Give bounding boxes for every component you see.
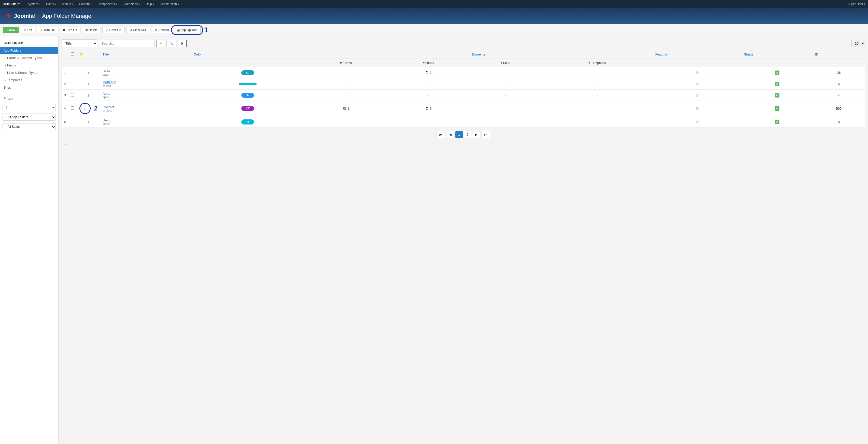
row-num: 5 — [62, 116, 68, 127]
col-templates[interactable]: # Templates — [542, 59, 653, 67]
row-fields: - — [388, 90, 469, 101]
select-all-checkbox[interactable] — [71, 53, 74, 56]
col-id[interactable]: ID — [812, 51, 865, 59]
topbar-brand[interactable]: SEBLOD ☞ — [3, 2, 20, 6]
down-arrow-icon[interactable]: ↓ — [87, 120, 89, 124]
row-templates: - — [542, 67, 653, 79]
down-arrow-icon[interactable]: ↓ — [87, 70, 89, 75]
row-num: 3 — [62, 90, 68, 101]
pagination-first[interactable]: ⏮ — [436, 131, 445, 138]
delete-button[interactable]: ✖ Delete — [82, 27, 101, 33]
row-featured[interactable]: ⊘ — [653, 90, 742, 101]
row-order-annotated: ↓ 2 — [77, 101, 100, 116]
title-link[interactable]: Contact — [102, 105, 114, 109]
check-in-button[interactable]: ☑ Check In — [102, 27, 125, 33]
nav-components[interactable]: Components▾ — [95, 0, 120, 8]
nav-help[interactable]: Help▾ — [143, 0, 157, 8]
pagination-next[interactable]: ▶ — [472, 131, 480, 138]
row-checkbox[interactable] — [68, 79, 77, 90]
row-checkbox[interactable] — [68, 67, 77, 79]
down-arrow-icon[interactable]: ↓ — [84, 106, 86, 111]
search-clear-button[interactable]: ✖ — [178, 40, 187, 47]
row-status[interactable]: ✔ — [742, 116, 812, 127]
row-forms: - — [304, 67, 388, 79]
title-link[interactable]: SEBLOD — [102, 81, 116, 84]
filter-status-select[interactable]: - All Status - — [3, 123, 56, 130]
filter-folders-select[interactable]: - All App Folders - — [3, 114, 56, 121]
row-order-icon[interactable]: ↓ — [77, 67, 100, 79]
col-checkbox[interactable] — [68, 51, 77, 59]
nav-content[interactable]: Content▾ — [76, 0, 94, 8]
row-templates: - — [542, 116, 653, 127]
sidebar-item-sites[interactable]: Sites — [0, 84, 58, 91]
row-status[interactable]: ✔ — [742, 67, 812, 79]
sidebar-item-app-folders[interactable]: App Folders — [0, 47, 58, 54]
folder-icon: 📁 — [80, 53, 83, 56]
row-color: D — [191, 116, 304, 127]
col-fields[interactable]: # Fields — [388, 59, 469, 67]
sidebar-item-lists-search[interactable]: - Lists & Search Types — [0, 69, 58, 77]
row-checkbox[interactable] — [68, 116, 77, 127]
row-color: A — [191, 90, 304, 101]
per-page-select[interactable]: 20 — [851, 40, 865, 47]
sidebar-item-templates[interactable]: - Templates — [0, 77, 58, 84]
pagination-page-1[interactable]: 1 — [455, 131, 463, 138]
pagination-last[interactable]: ⏭ — [482, 131, 490, 138]
clear-acl-button[interactable]: ↺ Clear ACL — [126, 27, 150, 33]
col-featured[interactable]: Featured — [653, 51, 742, 59]
title-link[interactable]: Base — [102, 69, 110, 73]
title-link[interactable]: Apps — [102, 92, 110, 95]
turn-off-button[interactable]: ✖ Turn Off — [60, 27, 81, 33]
down-arrow-icon[interactable]: ↓ — [87, 82, 89, 86]
new-button[interactable]: + New — [3, 27, 19, 33]
row-featured[interactable]: ⊘ — [653, 67, 742, 79]
row-featured[interactable]: ⊘ — [653, 101, 742, 116]
title-link[interactable]: Demo — [102, 118, 112, 122]
row-status[interactable]: ✔ — [742, 79, 812, 90]
down-arrow-icon[interactable]: ↓ — [87, 93, 89, 97]
search-go-button[interactable]: 🔍 — [166, 40, 177, 47]
table-row: 2 ↓ SEBLOD seblod - - - - ⊘ ✔ — [62, 79, 865, 90]
fields-icon: 🗒 — [425, 107, 429, 111]
edit-button[interactable]: ✎ Edit — [20, 27, 35, 33]
search-input[interactable] — [99, 40, 155, 47]
filter-number-select[interactable]: 3 — [3, 104, 56, 111]
col-color[interactable]: Color — [191, 51, 304, 59]
row-lists: - — [469, 116, 542, 127]
col-lists[interactable]: # Lists — [469, 59, 542, 67]
pagination-page-2[interactable]: 2 — [464, 131, 471, 138]
row-featured[interactable]: ⊘ — [653, 79, 742, 90]
pagination-prev[interactable]: ◀ — [446, 131, 454, 138]
row-num: 2 — [62, 79, 68, 90]
sidebar-item-forms-content[interactable]: - Forms & Content Types — [0, 54, 58, 62]
row-checkbox[interactable] — [68, 101, 77, 116]
toolbar: + New ✎ Edit ✔ Turn On ✖ Turn Off ✖ Dele… — [0, 24, 868, 36]
col-order[interactable]: 📁 — [77, 51, 100, 59]
nav-extensions[interactable]: Extensions▾ — [120, 0, 143, 8]
col-forms[interactable]: # Forms — [304, 59, 388, 67]
search-field-dropdown[interactable]: Title — [62, 39, 97, 47]
turn-on-button[interactable]: ✔ Turn On — [37, 27, 58, 33]
table-row: 4 ↓ 2 Contact contact — [62, 101, 865, 116]
row-status[interactable]: ✔ — [742, 90, 812, 101]
nav-menus[interactable]: Menus▾ — [59, 0, 76, 8]
topbar: SEBLOD ☞ System▾ Users▾ Menus▾ Content▾ … — [0, 0, 868, 8]
nav-construction[interactable]: Construction▾ — [157, 0, 182, 8]
col-title[interactable]: Title — [100, 51, 191, 59]
row-id: 7 — [812, 90, 865, 101]
row-fields: 🗒 5 — [388, 101, 469, 116]
row-checkbox[interactable] — [68, 90, 77, 101]
super-user-menu[interactable]: Super User ▾ — [848, 2, 865, 6]
rebuild-button[interactable]: ↺ Rebuild — [152, 27, 172, 33]
row-order-icon[interactable]: ↓ — [77, 90, 100, 101]
nav-users[interactable]: Users▾ — [43, 0, 59, 8]
col-status[interactable]: Status — [742, 51, 812, 59]
sidebar-item-fields[interactable]: - Fields — [0, 62, 58, 69]
app-options-button[interactable]: ▣ App Options — [174, 27, 200, 33]
search-confirm-button[interactable]: ✔ — [156, 40, 165, 47]
nav-system[interactable]: System▾ — [26, 0, 43, 8]
row-order-icon[interactable]: ↓ — [77, 116, 100, 127]
row-featured[interactable]: ⊘ — [653, 116, 742, 127]
row-status[interactable]: ✔ — [742, 101, 812, 116]
row-order-icon[interactable]: ↓ — [77, 79, 100, 90]
